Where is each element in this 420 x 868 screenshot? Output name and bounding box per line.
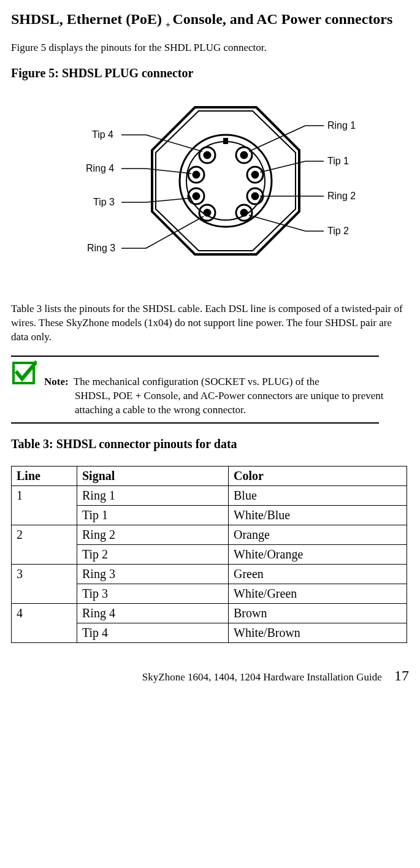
cell-line: 2	[12, 525, 77, 564]
page-title-text-1: SHDSL, Ethernet (PoE)	[11, 11, 166, 27]
cell-color: White/Orange	[229, 544, 407, 564]
cell-signal: Ring 1	[77, 485, 229, 505]
col-header-line: Line	[12, 466, 77, 485]
footer-text: SkyZhone 1604, 1404, 1204 Hardware Insta…	[142, 671, 382, 683]
label-tip-1: Tip 1	[327, 156, 349, 166]
svg-marker-2	[156, 111, 296, 251]
page-number: 17	[394, 668, 409, 683]
cell-signal: Ring 2	[77, 525, 229, 544]
figure-caption: Figure 5: SHDSL PLUG connector	[11, 66, 409, 80]
table-row: 1 Ring 1 Blue	[12, 485, 407, 505]
cell-color: Orange	[229, 525, 407, 544]
cell-color: White/Brown	[229, 623, 407, 642]
page-title-text-2: Console, and AC Power connectors	[172, 11, 392, 27]
label-ring-3: Ring 3	[87, 243, 115, 253]
cell-color: Brown	[229, 603, 407, 623]
cell-signal: Tip 3	[77, 584, 229, 603]
note-text: Note: The mechanical configuration (SOCK…	[44, 360, 403, 417]
col-header-signal: Signal	[77, 466, 229, 485]
cell-line: 3	[12, 564, 77, 603]
table-caption: Table 3: SHDSL connector pinouts for dat…	[11, 437, 409, 451]
checkmark-icon	[11, 360, 37, 389]
svg-point-18	[204, 210, 210, 216]
col-header-color: Color	[229, 466, 407, 485]
cell-color: White/Green	[229, 584, 407, 603]
cell-line: 4	[12, 603, 77, 642]
svg-point-20	[193, 172, 199, 178]
cell-line: 1	[12, 485, 77, 525]
pinouts-table: Line Signal Color 1 Ring 1 Blue Tip 1 Wh…	[11, 466, 407, 643]
svg-point-21	[204, 152, 210, 158]
label-tip-3: Tip 3	[93, 197, 115, 207]
svg-point-15	[252, 172, 258, 178]
connector-diagram: Ring 1 Tip 1 Ring 2 Tip 2 Tip 4 Ring 4 T…	[11, 95, 409, 281]
cell-signal: Tip 2	[77, 544, 229, 564]
label-tip-4: Tip 4	[92, 129, 113, 140]
plus-subscript: +	[166, 20, 172, 29]
svg-point-17	[241, 210, 247, 216]
page-title: SHDSL, Ethernet (PoE) + Console, and AC …	[11, 10, 409, 30]
note-label: Note:	[44, 376, 69, 387]
label-ring-2: Ring 2	[327, 191, 356, 201]
paragraph-2: Table 3 lists the pinouts for the SHDSL …	[11, 302, 409, 345]
label-ring-1: Ring 1	[327, 120, 356, 131]
cell-color: Green	[229, 564, 407, 584]
svg-line-36	[146, 216, 204, 248]
label-ring-4: Ring 4	[86, 163, 114, 173]
page-footer: SkyZhone 1604, 1404, 1204 Hardware Insta…	[11, 668, 409, 684]
svg-rect-5	[223, 138, 228, 144]
svg-line-28	[249, 215, 305, 231]
table-row: 4 Ring 4 Brown	[12, 603, 407, 623]
svg-point-4	[186, 142, 265, 220]
note-content-rest: SHDSL, POE + Console, and AC-Power conne…	[75, 389, 403, 417]
cell-signal: Tip 4	[77, 623, 229, 642]
table-row: 2 Ring 2 Orange	[12, 525, 407, 544]
paragraph-1: Figure 5 displays the pinouts for the SH…	[11, 41, 409, 55]
table-header-row: Line Signal Color	[12, 466, 407, 485]
note-divider-top	[11, 356, 379, 357]
cell-signal: Ring 3	[77, 564, 229, 584]
cell-color: White/Blue	[229, 505, 407, 525]
note-divider-bottom	[11, 422, 379, 424]
note-content-line1: The mechanical configuration (SOCKET vs.…	[74, 376, 319, 387]
svg-point-16	[252, 193, 258, 199]
cell-signal: Ring 4	[77, 603, 229, 623]
note-box: Note: The mechanical configuration (SOCK…	[11, 356, 409, 424]
table-row: 3 Ring 3 Green	[12, 564, 407, 584]
svg-point-14	[241, 152, 247, 158]
cell-signal: Tip 1	[77, 505, 229, 525]
svg-point-19	[193, 193, 199, 199]
label-tip-2: Tip 2	[327, 226, 349, 236]
cell-color: Blue	[229, 485, 407, 505]
